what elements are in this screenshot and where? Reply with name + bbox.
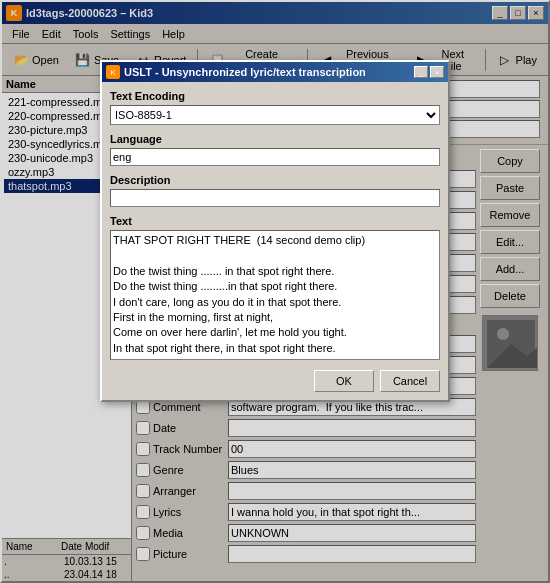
ok-button[interactable]: OK <box>314 370 374 392</box>
cancel-button[interactable]: Cancel <box>380 370 440 392</box>
description-label: Description <box>110 174 440 186</box>
text-encoding-select[interactable]: ISO-8859-1 <box>110 105 440 125</box>
dialog-app-icon: K <box>106 65 120 79</box>
dialog-buttons: OK Cancel <box>110 370 440 392</box>
text-textarea[interactable]: THAT SPOT RIGHT THERE (14 second demo cl… <box>110 230 440 360</box>
description-input[interactable] <box>110 189 440 207</box>
language-label: Language <box>110 133 440 145</box>
dialog-title-left: K USLT - Unsynchronized lyric/text trans… <box>106 65 366 79</box>
dialog-title-text: USLT - Unsynchronized lyric/text transcr… <box>124 66 366 78</box>
dialog-minimize-btn[interactable]: _ <box>414 66 428 78</box>
language-input[interactable] <box>110 148 440 166</box>
text-label: Text <box>110 215 440 227</box>
dialog-window: K USLT - Unsynchronized lyric/text trans… <box>100 60 450 402</box>
dialog-title-bar: K USLT - Unsynchronized lyric/text trans… <box>102 62 448 82</box>
dialog-content: Text Encoding ISO-8859-1 Language Descri… <box>102 82 448 400</box>
dialog-overlay: K USLT - Unsynchronized lyric/text trans… <box>0 0 550 583</box>
dialog-close-btn[interactable]: × <box>430 66 444 78</box>
dialog-title-buttons: _ × <box>414 66 444 78</box>
text-encoding-label: Text Encoding <box>110 90 440 102</box>
